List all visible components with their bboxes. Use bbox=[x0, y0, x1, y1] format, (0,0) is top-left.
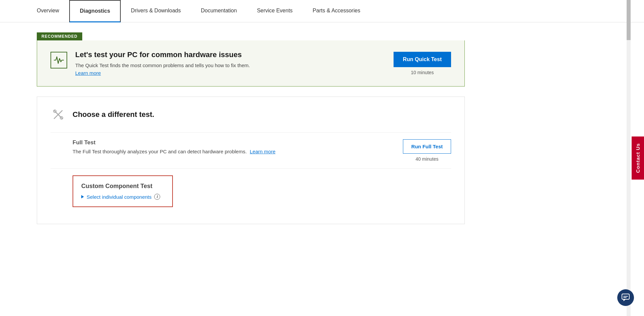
wrench-icon bbox=[50, 107, 66, 122]
full-test-time: 40 minutes bbox=[416, 156, 438, 162]
scrollbar-thumb[interactable] bbox=[627, 0, 631, 40]
quick-test-time: 10 minutes bbox=[411, 70, 434, 75]
recommended-card: Let's test your PC for common hardware i… bbox=[37, 40, 465, 87]
info-icon: i bbox=[154, 194, 160, 200]
card-text: Let's test your PC for common hardware i… bbox=[75, 50, 250, 76]
select-components-link[interactable]: Select individual components i bbox=[81, 194, 164, 200]
nav-diagnostics[interactable]: Diagnostics bbox=[69, 0, 121, 22]
nav-overview[interactable]: Overview bbox=[27, 0, 69, 22]
nav-parts-accessories[interactable]: Parts & Accessories bbox=[303, 0, 370, 22]
custom-test-row: Custom Component Test Select individual … bbox=[50, 168, 451, 210]
full-test-right: Run Full Test 40 minutes bbox=[403, 139, 451, 162]
full-test-description: The Full Test thoroughly analyzes your P… bbox=[73, 149, 276, 154]
scrollbar[interactable] bbox=[627, 0, 631, 316]
run-quick-test-button[interactable]: Run Quick Test bbox=[394, 52, 451, 67]
learn-more-full-test[interactable]: Learn more bbox=[250, 149, 276, 154]
custom-test-heading: Custom Component Test bbox=[81, 183, 164, 190]
pulse-icon bbox=[50, 52, 67, 68]
different-test-card: Choose a different test. Full Test The F… bbox=[37, 97, 465, 224]
card-description: The Quick Test finds the most common pro… bbox=[75, 62, 250, 68]
card-left: Let's test your PC for common hardware i… bbox=[50, 50, 387, 76]
nav-service-events[interactable]: Service Events bbox=[247, 0, 303, 22]
learn-more-quick-test[interactable]: Learn more bbox=[75, 70, 101, 76]
select-components-label: Select individual components bbox=[87, 194, 151, 200]
chat-button[interactable] bbox=[617, 289, 634, 306]
full-test-info: Full Test The Full Test thoroughly analy… bbox=[73, 139, 276, 154]
different-test-header: Choose a different test. bbox=[50, 107, 451, 122]
full-test-row: Full Test The Full Test thoroughly analy… bbox=[50, 132, 451, 168]
nav-drivers-downloads[interactable]: Drivers & Downloads bbox=[121, 0, 191, 22]
different-test-heading: Choose a different test. bbox=[73, 110, 154, 119]
card-title: Let's test your PC for common hardware i… bbox=[75, 50, 250, 59]
main-content: RECOMMENDED Let's test your PC for commo… bbox=[0, 22, 502, 244]
contact-us-button[interactable]: Contact Us bbox=[632, 136, 644, 179]
full-test-heading: Full Test bbox=[73, 139, 276, 146]
nav-documentation[interactable]: Documentation bbox=[191, 0, 247, 22]
top-navigation: Overview Diagnostics Drivers & Downloads… bbox=[0, 0, 644, 22]
recommended-section: RECOMMENDED Let's test your PC for commo… bbox=[37, 32, 465, 87]
custom-test-box[interactable]: Custom Component Test Select individual … bbox=[73, 175, 173, 207]
run-full-test-button[interactable]: Run Full Test bbox=[403, 139, 451, 154]
triangle-icon bbox=[81, 195, 84, 198]
card-right: Run Quick Test 10 minutes bbox=[394, 52, 451, 75]
recommended-badge: RECOMMENDED bbox=[37, 32, 82, 40]
